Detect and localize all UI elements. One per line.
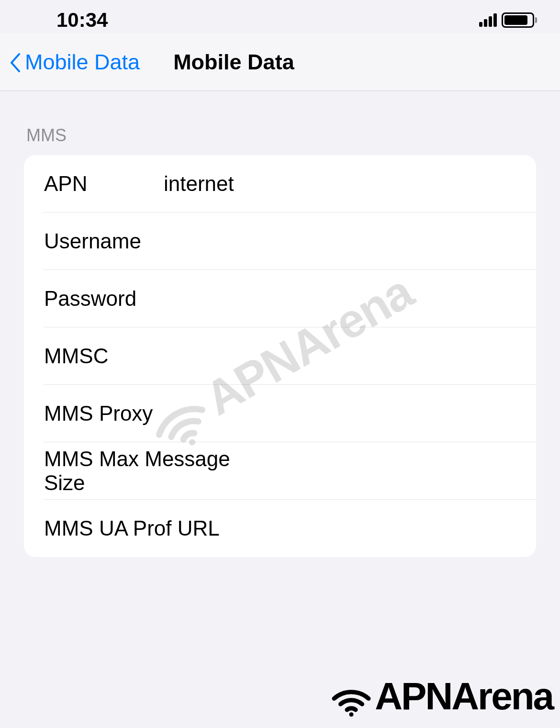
chevron-left-icon bbox=[10, 53, 21, 72]
input-mms-max-size[interactable] bbox=[273, 459, 536, 483]
input-mms-ua-prof[interactable] bbox=[273, 516, 536, 540]
input-mms-proxy[interactable] bbox=[164, 402, 536, 426]
footer-logo-text: APNArena bbox=[375, 674, 553, 718]
back-label: Mobile Data bbox=[25, 50, 140, 75]
label-mms-max-size: MMS Max Message Size bbox=[44, 447, 273, 495]
row-mmsc[interactable]: MMSC bbox=[43, 327, 536, 385]
label-username: Username bbox=[44, 229, 164, 253]
section-header-mms: MMS bbox=[26, 125, 536, 146]
input-apn[interactable] bbox=[164, 172, 536, 196]
label-mmsc: MMSC bbox=[44, 344, 164, 368]
row-mms-ua-prof[interactable]: MMS UA Prof URL bbox=[43, 500, 536, 557]
mms-settings-group: APN Username Password MMSC MMS Proxy MMS… bbox=[24, 155, 536, 557]
status-time: 10:34 bbox=[56, 9, 108, 32]
label-mms-ua-prof: MMS UA Prof URL bbox=[44, 516, 273, 540]
content-area: MMS APN Username Password MMSC MMS Proxy… bbox=[0, 125, 560, 557]
label-apn: APN bbox=[44, 172, 164, 196]
row-mms-proxy[interactable]: MMS Proxy bbox=[43, 385, 536, 442]
wifi-icon bbox=[330, 675, 373, 718]
status-bar: 10:34 bbox=[0, 0, 560, 34]
input-username[interactable] bbox=[164, 229, 536, 253]
back-button[interactable]: Mobile Data bbox=[10, 50, 140, 75]
battery-icon bbox=[502, 12, 537, 28]
row-username[interactable]: Username bbox=[43, 213, 536, 270]
label-password: Password bbox=[44, 287, 164, 311]
row-mms-max-size[interactable]: MMS Max Message Size bbox=[43, 442, 536, 500]
row-password[interactable]: Password bbox=[43, 270, 536, 327]
input-password[interactable] bbox=[164, 287, 536, 311]
svg-point-1 bbox=[349, 712, 354, 717]
page-title: Mobile Data bbox=[173, 50, 550, 75]
label-mms-proxy: MMS Proxy bbox=[44, 402, 164, 426]
footer-logo: APNArena bbox=[330, 674, 553, 718]
cellular-signal-icon bbox=[479, 13, 497, 27]
row-apn[interactable]: APN bbox=[43, 155, 536, 213]
status-indicators bbox=[479, 12, 537, 28]
navigation-bar: Mobile Data Mobile Data bbox=[0, 34, 560, 91]
input-mmsc[interactable] bbox=[164, 344, 536, 368]
